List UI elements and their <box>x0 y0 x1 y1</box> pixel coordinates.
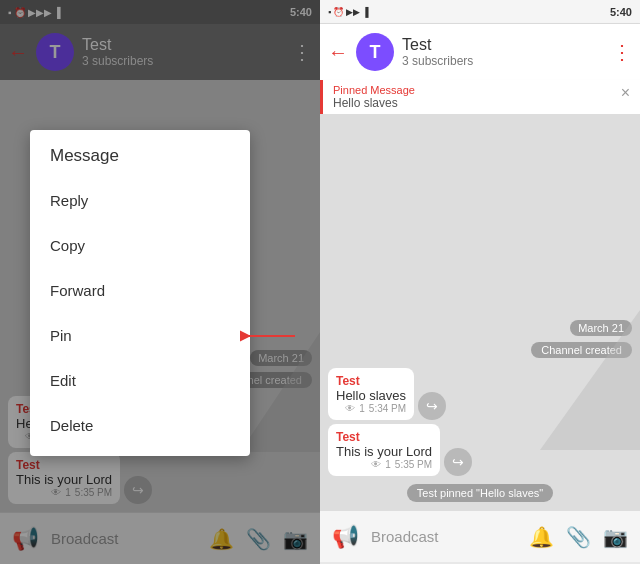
forward-label: Forward <box>50 282 105 299</box>
right-msg2-time: 5:35 PM <box>395 459 432 470</box>
delete-label: Delete <box>50 417 93 434</box>
copy-label: Copy <box>50 237 85 254</box>
right-alarm-icon: ⏰ <box>333 7 344 17</box>
right-bell-icon[interactable]: 🔔 <box>529 525 554 549</box>
right-msg2-time-row: 👁 1 5:35 PM <box>336 459 432 470</box>
right-channel-subtitle: 3 subscribers <box>402 54 604 68</box>
right-status-icons: ▪ ⏰ ▶▶ ▐ <box>328 7 369 17</box>
right-msg1-forward-btn[interactable]: ↪ <box>418 392 446 420</box>
right-time: 5:40 <box>610 6 632 18</box>
right-msg1-eye-icon: 👁 <box>345 403 355 414</box>
pinned-message-bar[interactable]: Pinned Message Hello slaves × <box>320 80 640 114</box>
right-msg2-sender: Test <box>336 430 432 444</box>
right-signal-bars: ▶▶ <box>346 7 360 17</box>
reply-label: Reply <box>50 192 88 209</box>
right-msg2-text: This is your Lord <box>336 444 432 459</box>
right-panel: ▪ ⏰ ▶▶ ▐ 5:40 ← T Test 3 subscribers ⋮ P… <box>320 0 640 564</box>
right-msg1-text: Hello slaves <box>336 388 406 403</box>
right-avatar: T <box>356 33 394 71</box>
edit-label: Edit <box>50 372 76 389</box>
pinned-text: Hello slaves <box>333 96 415 110</box>
right-msg1-sender: Test <box>336 374 406 388</box>
pinned-bar-content: Pinned Message Hello slaves <box>333 84 415 110</box>
right-status-bar: ▪ ⏰ ▶▶ ▐ 5:40 <box>320 0 640 24</box>
context-menu-forward[interactable]: Forward <box>30 268 250 313</box>
right-broadcast-icon: 📢 <box>332 524 359 550</box>
right-battery-icon: ▐ <box>362 7 368 17</box>
pinned-notification-chip: Test pinned "Hello slaves" <box>407 484 553 502</box>
right-sim-icon: ▪ <box>328 7 331 17</box>
right-bottom-bar: 📢 Broadcast 🔔 📎 📷 <box>320 510 640 562</box>
context-menu-reply[interactable]: Reply <box>30 178 250 223</box>
right-msg1-views: 1 <box>359 403 365 414</box>
right-chat-area: March 21 Channel created Test Hello slav… <box>320 114 640 510</box>
context-menu-title: Message <box>30 138 250 178</box>
pin-arrow-icon <box>240 326 300 346</box>
right-date-chip: March 21 <box>570 320 632 336</box>
right-broadcast-label: Broadcast <box>371 528 517 545</box>
right-message-2[interactable]: Test This is your Lord 👁 1 5:35 PM <box>328 424 440 476</box>
context-menu-pin[interactable]: Pin <box>30 313 250 358</box>
right-header: ← T Test 3 subscribers ⋮ <box>320 24 640 80</box>
pin-label: Pin <box>50 327 72 344</box>
right-more-icon[interactable]: ⋮ <box>612 40 632 64</box>
context-menu-delete[interactable]: Delete <box>30 403 250 448</box>
pinned-close-icon[interactable]: × <box>621 84 630 102</box>
right-msg2-eye-icon: 👁 <box>371 459 381 470</box>
right-message-1[interactable]: Test Hello slaves 👁 1 5:34 PM <box>328 368 414 420</box>
right-msg2-views: 1 <box>385 459 391 470</box>
right-camera-icon[interactable]: 📷 <box>603 525 628 549</box>
context-menu: Message Reply Copy Forward Pin Edit <box>30 130 250 456</box>
right-msg2-forward-btn[interactable]: ↪ <box>444 448 472 476</box>
right-clip-icon[interactable]: 📎 <box>566 525 591 549</box>
context-menu-edit[interactable]: Edit <box>30 358 250 403</box>
pinned-label: Pinned Message <box>333 84 415 96</box>
left-panel: ▪ ⏰ ▶▶▶ ▐ 5:40 ← T Test 3 subscribers ⋮ … <box>0 0 320 564</box>
right-header-title-area: Test 3 subscribers <box>402 36 604 68</box>
right-back-arrow-icon[interactable]: ← <box>328 41 348 64</box>
right-msg1-time: 5:34 PM <box>369 403 406 414</box>
right-channel-title: Test <box>402 36 604 54</box>
context-menu-copy[interactable]: Copy <box>30 223 250 268</box>
right-msg1-time-row: 👁 1 5:34 PM <box>336 403 406 414</box>
